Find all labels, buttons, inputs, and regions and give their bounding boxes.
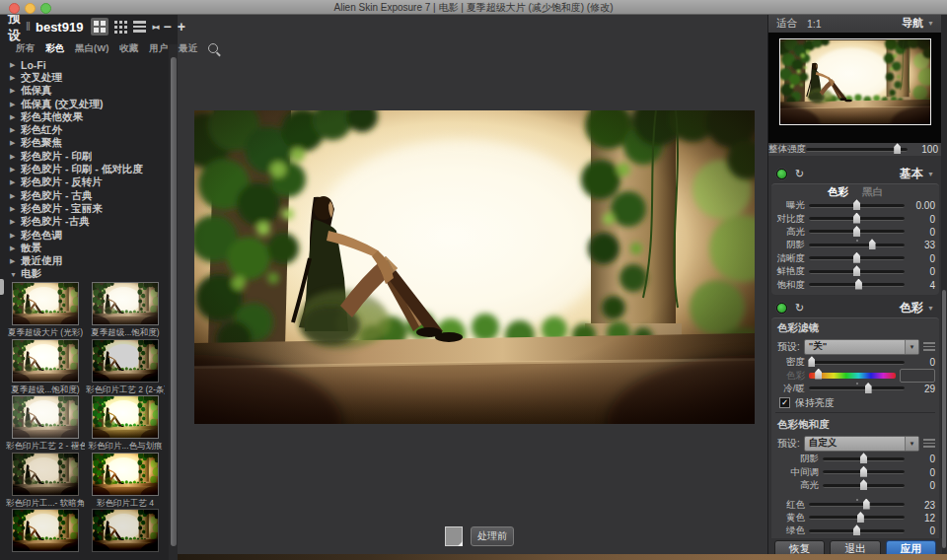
preset-tab-收藏[interactable]: 收藏 [119, 42, 138, 55]
preset-tab-用户[interactable]: 用户 [149, 42, 168, 55]
tab-bw[interactable]: 黑白 [862, 185, 883, 199]
preset-category-彩色胶片 -古典[interactable]: ▶彩色胶片 -古典 [0, 216, 169, 229]
preset-category-彩色胶片 - 印刷[interactable]: ▶彩色胶片 - 印刷 [0, 150, 169, 163]
slider-handle[interactable] [855, 279, 862, 290]
preset-thumbnail[interactable] [86, 509, 165, 560]
preset-tab-彩色[interactable]: 彩色 [45, 42, 64, 55]
preset-category-散景[interactable]: ▶散景 [0, 242, 169, 254]
color-reset-icon[interactable]: ↻ [795, 302, 804, 315]
view-large-grid-icon[interactable] [91, 18, 109, 35]
preset-category-彩色胶片 - 古典[interactable]: ▶彩色胶片 - 古典 [0, 189, 169, 202]
panel-collapse-handle[interactable] [0, 279, 4, 295]
overall-strength-slider[interactable] [806, 148, 908, 152]
preset-thumbnail[interactable]: 彩色印片...色与划痕 [86, 395, 165, 452]
冷/暖-slider[interactable] [809, 386, 905, 390]
曝光-slider[interactable] [809, 204, 905, 208]
preset-thumbnail[interactable]: 彩色印片工...- 软暗角 [6, 453, 85, 509]
slider-handle[interactable] [808, 356, 815, 367]
preset-thumbnail-image[interactable] [12, 395, 79, 439]
preset-thumbnail-image[interactable] [92, 509, 159, 552]
preset-category-电影[interactable]: ▼电影 [0, 268, 169, 281]
preset-category-彩色红外[interactable]: ▶彩色红外 [0, 123, 169, 136]
preset-thumbnail-image[interactable] [12, 339, 79, 383]
slider-handle[interactable] [857, 512, 864, 523]
preset-thumbnail[interactable]: 夏季超级...饱和度) [86, 282, 165, 338]
one-to-one-view-button[interactable]: 1:1 [807, 18, 822, 30]
preset-category-最近使用[interactable]: ▶最近使用 [0, 254, 169, 267]
filter-color-swatch[interactable] [900, 369, 935, 383]
preset-category-彩色胶片 - 宝丽来[interactable]: ▶彩色胶片 - 宝丽来 [0, 202, 169, 215]
dropdown-arrow-icon[interactable]: ▼ [905, 340, 918, 354]
tab-color[interactable]: 色彩 [828, 185, 848, 199]
slider-handle[interactable] [860, 479, 867, 490]
preset-thumbnail-image[interactable] [92, 282, 159, 325]
preset-thumbnail-image[interactable] [12, 453, 79, 496]
keep-brightness-checkbox[interactable]: ✓ [779, 397, 790, 408]
preset-thumbnail-image[interactable] [92, 339, 159, 383]
preset-thumbnail[interactable]: 彩色印片工艺 2 - 褪色 [6, 395, 85, 452]
preset-category-Lo-Fi[interactable]: ▶Lo-Fi [0, 58, 169, 71]
slider-handle[interactable] [860, 453, 867, 463]
preset-thumbnail[interactable] [6, 509, 85, 560]
zoom-in-thumbnails-icon[interactable]: + [178, 22, 185, 32]
fit-view-button[interactable]: 适合 [776, 17, 797, 31]
slider-handle[interactable] [869, 239, 876, 249]
preset-tab-所有[interactable]: 所有 [16, 42, 35, 55]
basic-enabled-led-icon[interactable] [776, 169, 787, 179]
鲜艳度-slider[interactable] [809, 270, 905, 274]
slider-handle[interactable] [853, 213, 860, 224]
preset-category-彩色胶片 - 反转片[interactable]: ▶彩色胶片 - 反转片 [0, 176, 169, 189]
dropdown-arrow-icon[interactable]: ▼ [905, 437, 918, 451]
高光-slider[interactable] [809, 230, 905, 234]
阴影-slider[interactable] [823, 457, 905, 461]
对比度-slider[interactable] [809, 217, 905, 221]
slider-handle[interactable] [863, 499, 870, 510]
zoom-out-thumbnails-icon[interactable]: − [163, 22, 171, 32]
navigator-caret-icon[interactable]: ▼ [927, 20, 934, 27]
view-small-grid-icon[interactable] [114, 21, 127, 34]
preset-category-彩色其他效果[interactable]: ▶彩色其他效果 [0, 110, 169, 123]
saturation-preset-dropdown[interactable]: 自定义 ▼ [804, 436, 919, 452]
filter-preset-menu-icon[interactable] [923, 342, 935, 352]
view-list-icon[interactable] [133, 21, 146, 33]
collapse-all-icon[interactable]: ▸◂ [152, 22, 157, 32]
preset-thumbnail-image[interactable] [12, 509, 79, 552]
preset-category-彩色胶片 - 印刷 - 低对比度[interactable]: ▶彩色胶片 - 印刷 - 低对比度 [0, 163, 169, 175]
preset-category-交叉处理[interactable]: ▶交叉处理 [0, 71, 169, 84]
slider-handle[interactable] [860, 466, 867, 477]
高光-slider[interactable] [823, 484, 905, 488]
preset-thumbnail-image[interactable] [12, 282, 79, 325]
background-color-swatch[interactable] [445, 526, 463, 546]
color-enabled-led-icon[interactable] [776, 303, 787, 314]
saturation-preset-menu-icon[interactable] [923, 439, 935, 449]
preset-tab-黑白(W)[interactable]: 黑白(W) [75, 42, 109, 55]
show-before-button[interactable]: 处理前 [471, 526, 514, 546]
preset-thumbnail[interactable]: 夏季超级大片 (光彩) [6, 282, 85, 338]
navigator-thumbnail[interactable] [779, 38, 931, 125]
黄色-slider[interactable] [809, 516, 905, 520]
filter-preset-dropdown[interactable]: "关" ▼ [804, 339, 919, 355]
color-caret-icon[interactable]: ▼ [927, 305, 934, 312]
slider-handle[interactable] [853, 252, 860, 263]
清晰度-slider[interactable] [809, 256, 905, 260]
preset-category-低保真 (交叉处理)[interactable]: ▶低保真 (交叉处理) [0, 98, 169, 110]
slider-handle[interactable] [853, 226, 860, 237]
search-icon[interactable] [208, 43, 218, 53]
presets-scrollbar[interactable] [169, 44, 178, 560]
adjustments-scrollbar[interactable] [941, 14, 947, 560]
preset-thumbnail-image[interactable] [92, 395, 159, 439]
绿色-slider[interactable] [809, 529, 905, 533]
basic-reset-icon[interactable]: ↻ [795, 168, 804, 180]
preset-thumbnail-image[interactable] [92, 453, 159, 496]
preset-thumbnail[interactable]: 彩色印片工艺 2 (2-条) [86, 339, 165, 395]
preset-category-彩色聚焦[interactable]: ▶彩色聚焦 [0, 137, 169, 150]
slider-handle[interactable] [853, 199, 860, 210]
阴影-slider[interactable] [809, 244, 905, 247]
preset-thumbnail[interactable]: 夏季超级...饱和度) [6, 339, 85, 395]
basic-caret-icon[interactable]: ▼ [927, 171, 934, 177]
color-spectrum-slider[interactable] [809, 373, 896, 379]
slider-handle[interactable] [853, 265, 860, 276]
饱和度-slider[interactable] [809, 283, 905, 287]
preset-category-低保真[interactable]: ▶低保真 [0, 85, 169, 98]
中间调-slider[interactable] [823, 470, 905, 474]
